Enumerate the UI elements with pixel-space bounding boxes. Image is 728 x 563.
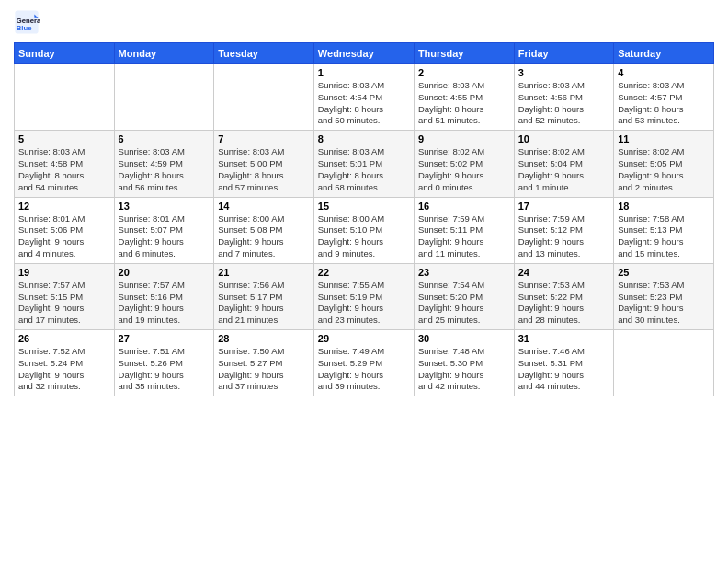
- calendar-cell: 4Sunrise: 8:03 AM Sunset: 4:57 PM Daylig…: [614, 64, 714, 131]
- day-number: 8: [318, 133, 410, 144]
- day-number: 6: [119, 133, 210, 144]
- calendar-cell: 31Sunrise: 7:46 AM Sunset: 5:31 PM Dayli…: [514, 330, 614, 396]
- day-info: Sunrise: 8:01 AM Sunset: 5:07 PM Dayligh…: [119, 213, 210, 260]
- day-info: Sunrise: 8:02 AM Sunset: 5:04 PM Dayligh…: [518, 146, 610, 193]
- calendar-cell: 29Sunrise: 7:49 AM Sunset: 5:29 PM Dayli…: [313, 330, 414, 396]
- day-number: 3: [518, 67, 610, 78]
- calendar-cell: 3Sunrise: 8:03 AM Sunset: 4:56 PM Daylig…: [514, 64, 614, 131]
- week-row-3: 12Sunrise: 8:01 AM Sunset: 5:06 PM Dayli…: [15, 197, 714, 263]
- day-number: 11: [618, 133, 710, 144]
- calendar-cell: 7Sunrise: 8:03 AM Sunset: 5:00 PM Daylig…: [214, 131, 314, 197]
- calendar-cell: 17Sunrise: 7:59 AM Sunset: 5:12 PM Dayli…: [514, 197, 614, 263]
- weekday-header-wednesday: Wednesday: [313, 43, 414, 64]
- day-number: 2: [418, 67, 510, 78]
- weekday-header-tuesday: Tuesday: [214, 43, 314, 64]
- weekday-header-thursday: Thursday: [414, 43, 514, 64]
- day-info: Sunrise: 7:54 AM Sunset: 5:20 PM Dayligh…: [418, 280, 510, 327]
- day-info: Sunrise: 7:55 AM Sunset: 5:19 PM Dayligh…: [318, 280, 410, 327]
- day-number: 21: [218, 267, 310, 278]
- calendar-cell: 26Sunrise: 7:52 AM Sunset: 5:24 PM Dayli…: [15, 330, 115, 396]
- logo: General Blue: [14, 9, 43, 35]
- weekday-header-friday: Friday: [514, 43, 614, 64]
- calendar-cell: 20Sunrise: 7:57 AM Sunset: 5:16 PM Dayli…: [114, 263, 214, 329]
- day-number: 7: [218, 133, 310, 144]
- week-row-5: 26Sunrise: 7:52 AM Sunset: 5:24 PM Dayli…: [15, 330, 714, 396]
- day-number: 16: [418, 201, 510, 212]
- calendar-cell: 22Sunrise: 7:55 AM Sunset: 5:19 PM Dayli…: [313, 263, 414, 329]
- day-info: Sunrise: 8:02 AM Sunset: 5:05 PM Dayligh…: [618, 146, 710, 193]
- day-info: Sunrise: 8:00 AM Sunset: 5:08 PM Dayligh…: [218, 213, 310, 260]
- day-info: Sunrise: 8:02 AM Sunset: 5:02 PM Dayligh…: [418, 146, 510, 193]
- calendar-cell: 25Sunrise: 7:53 AM Sunset: 5:23 PM Dayli…: [614, 263, 714, 329]
- day-info: Sunrise: 7:59 AM Sunset: 5:11 PM Dayligh…: [418, 213, 510, 260]
- day-info: Sunrise: 7:59 AM Sunset: 5:12 PM Dayligh…: [518, 213, 610, 260]
- day-number: 15: [318, 201, 410, 212]
- day-number: 17: [518, 201, 610, 212]
- calendar-cell: 6Sunrise: 8:03 AM Sunset: 4:59 PM Daylig…: [114, 131, 214, 197]
- day-info: Sunrise: 7:48 AM Sunset: 5:30 PM Dayligh…: [418, 346, 510, 393]
- day-info: Sunrise: 7:49 AM Sunset: 5:29 PM Dayligh…: [318, 346, 410, 393]
- calendar-cell: 5Sunrise: 8:03 AM Sunset: 4:58 PM Daylig…: [15, 131, 115, 197]
- day-number: 30: [418, 333, 510, 344]
- day-number: 5: [18, 133, 110, 144]
- weekday-header-row: SundayMondayTuesdayWednesdayThursdayFrid…: [15, 43, 714, 64]
- week-row-2: 5Sunrise: 8:03 AM Sunset: 4:58 PM Daylig…: [15, 131, 714, 197]
- day-info: Sunrise: 7:56 AM Sunset: 5:17 PM Dayligh…: [218, 280, 310, 327]
- day-number: 4: [618, 67, 710, 78]
- day-info: Sunrise: 7:50 AM Sunset: 5:27 PM Dayligh…: [218, 346, 310, 393]
- weekday-header-sunday: Sunday: [15, 43, 115, 64]
- calendar-cell: 11Sunrise: 8:02 AM Sunset: 5:05 PM Dayli…: [614, 131, 714, 197]
- day-info: Sunrise: 7:53 AM Sunset: 5:23 PM Dayligh…: [618, 280, 710, 327]
- day-number: 29: [318, 333, 410, 344]
- calendar-cell: [614, 330, 714, 396]
- calendar-cell: 23Sunrise: 7:54 AM Sunset: 5:20 PM Dayli…: [414, 263, 514, 329]
- day-number: 1: [318, 67, 410, 78]
- calendar-cell: [15, 64, 115, 131]
- day-number: 20: [119, 267, 210, 278]
- calendar-cell: 16Sunrise: 7:59 AM Sunset: 5:11 PM Dayli…: [414, 197, 514, 263]
- day-info: Sunrise: 8:00 AM Sunset: 5:10 PM Dayligh…: [318, 213, 410, 260]
- calendar-cell: [114, 64, 214, 131]
- calendar-cell: 12Sunrise: 8:01 AM Sunset: 5:06 PM Dayli…: [15, 197, 115, 263]
- day-info: Sunrise: 8:03 AM Sunset: 4:57 PM Dayligh…: [618, 80, 710, 127]
- calendar-cell: 8Sunrise: 8:03 AM Sunset: 5:01 PM Daylig…: [313, 131, 414, 197]
- day-info: Sunrise: 7:53 AM Sunset: 5:22 PM Dayligh…: [518, 280, 610, 327]
- calendar-cell: 10Sunrise: 8:02 AM Sunset: 5:04 PM Dayli…: [514, 131, 614, 197]
- day-info: Sunrise: 8:03 AM Sunset: 5:00 PM Dayligh…: [218, 146, 310, 193]
- calendar-cell: 21Sunrise: 7:56 AM Sunset: 5:17 PM Dayli…: [214, 263, 314, 329]
- day-info: Sunrise: 7:57 AM Sunset: 5:15 PM Dayligh…: [18, 280, 110, 327]
- logo-icon: General Blue: [14, 9, 40, 35]
- day-info: Sunrise: 8:03 AM Sunset: 4:56 PM Dayligh…: [518, 80, 610, 127]
- day-number: 28: [218, 333, 310, 344]
- day-info: Sunrise: 8:01 AM Sunset: 5:06 PM Dayligh…: [18, 213, 110, 260]
- weekday-header-monday: Monday: [114, 43, 214, 64]
- week-row-1: 1Sunrise: 8:03 AM Sunset: 4:54 PM Daylig…: [15, 64, 714, 131]
- day-number: 24: [518, 267, 610, 278]
- day-number: 18: [618, 201, 710, 212]
- day-number: 12: [18, 201, 110, 212]
- day-number: 10: [518, 133, 610, 144]
- day-info: Sunrise: 7:58 AM Sunset: 5:13 PM Dayligh…: [618, 213, 710, 260]
- day-info: Sunrise: 8:03 AM Sunset: 4:55 PM Dayligh…: [418, 80, 510, 127]
- calendar-cell: 27Sunrise: 7:51 AM Sunset: 5:26 PM Dayli…: [114, 330, 214, 396]
- day-info: Sunrise: 7:46 AM Sunset: 5:31 PM Dayligh…: [518, 346, 610, 393]
- day-number: 9: [418, 133, 510, 144]
- calendar-cell: 14Sunrise: 8:00 AM Sunset: 5:08 PM Dayli…: [214, 197, 314, 263]
- calendar-cell: 18Sunrise: 7:58 AM Sunset: 5:13 PM Dayli…: [614, 197, 714, 263]
- week-row-4: 19Sunrise: 7:57 AM Sunset: 5:15 PM Dayli…: [15, 263, 714, 329]
- day-number: 14: [218, 201, 310, 212]
- day-info: Sunrise: 8:03 AM Sunset: 5:01 PM Dayligh…: [318, 146, 410, 193]
- page-container: General Blue SundayMondayTuesdayWednesda…: [0, 0, 728, 401]
- svg-text:Blue: Blue: [17, 24, 32, 32]
- calendar-cell: 24Sunrise: 7:53 AM Sunset: 5:22 PM Dayli…: [514, 263, 614, 329]
- weekday-header-saturday: Saturday: [614, 43, 714, 64]
- calendar-cell: 13Sunrise: 8:01 AM Sunset: 5:07 PM Dayli…: [114, 197, 214, 263]
- day-info: Sunrise: 7:51 AM Sunset: 5:26 PM Dayligh…: [119, 346, 210, 393]
- day-number: 13: [119, 201, 210, 212]
- day-info: Sunrise: 7:57 AM Sunset: 5:16 PM Dayligh…: [119, 280, 210, 327]
- day-number: 27: [119, 333, 210, 344]
- day-number: 25: [618, 267, 710, 278]
- day-number: 23: [418, 267, 510, 278]
- day-number: 26: [18, 333, 110, 344]
- day-info: Sunrise: 7:52 AM Sunset: 5:24 PM Dayligh…: [18, 346, 110, 393]
